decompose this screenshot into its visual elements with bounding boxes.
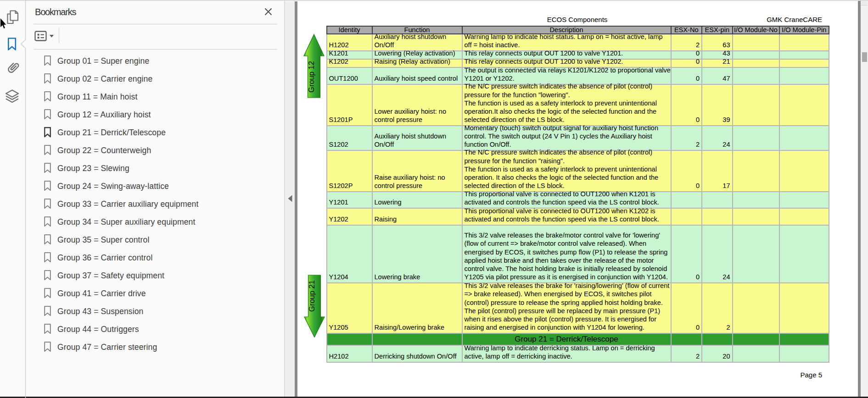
svg-text:Group 21: Group 21 — [308, 280, 316, 312]
svg-text:Group 12: Group 12 — [307, 61, 315, 93]
